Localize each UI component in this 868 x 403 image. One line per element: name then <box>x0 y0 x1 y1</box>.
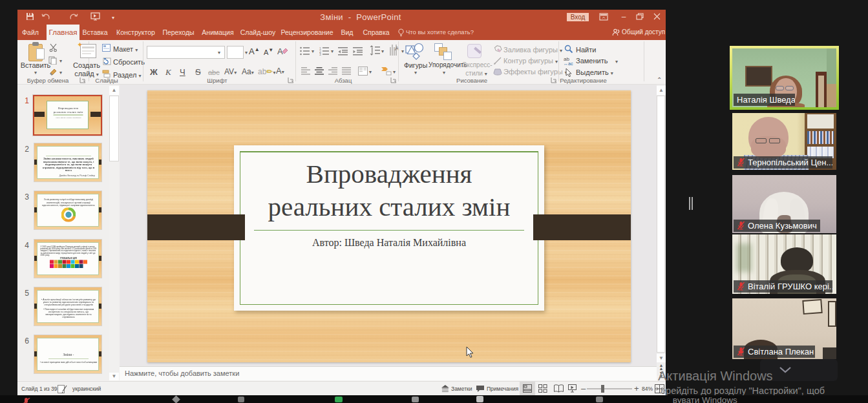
svg-text:3: 3 <box>319 52 321 56</box>
svg-text:↔ac: ↔ac <box>564 61 573 65</box>
svg-text:A: A <box>277 46 283 56</box>
